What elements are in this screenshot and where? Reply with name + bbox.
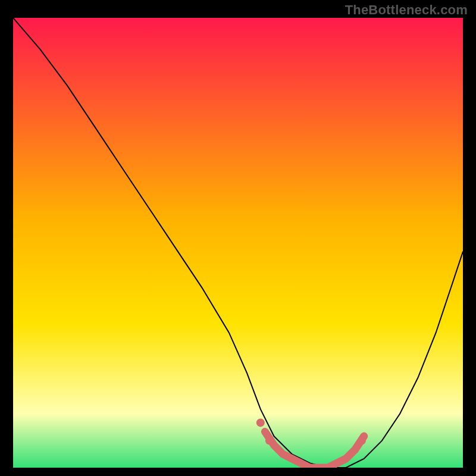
chart-frame: TheBottleneck.com xyxy=(0,0,476,476)
highlight-dot xyxy=(358,437,366,445)
highlight-dot xyxy=(256,418,265,427)
highlight-dot xyxy=(265,437,274,445)
watermark-text: TheBottleneck.com xyxy=(345,2,468,18)
gradient-background xyxy=(13,18,463,468)
plot-area xyxy=(13,18,463,468)
chart-svg xyxy=(13,18,463,468)
